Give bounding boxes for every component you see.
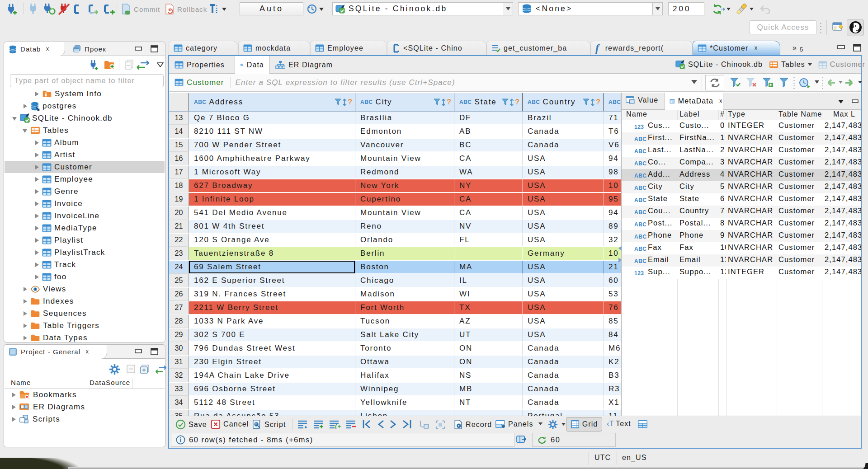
- svg-text:(+): (+): [335, 423, 341, 429]
